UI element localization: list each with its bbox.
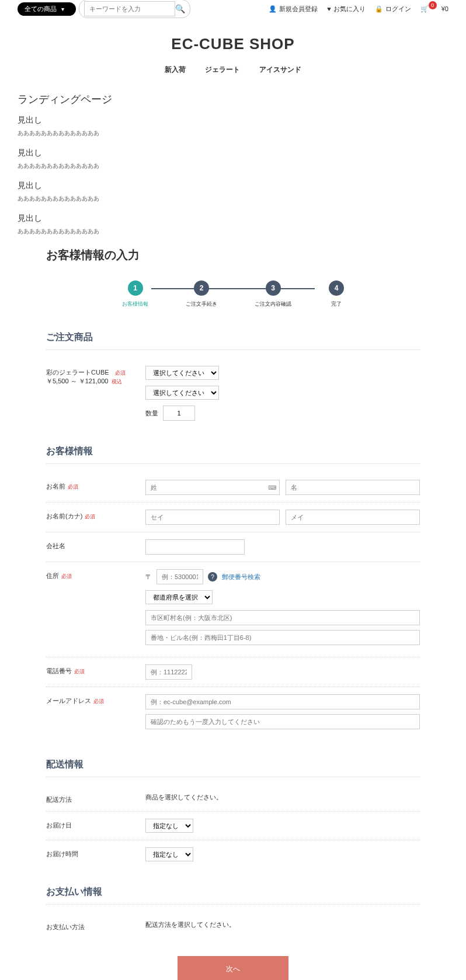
required-badge: 必須 <box>85 514 95 520</box>
category-select[interactable]: 全ての商品 <box>18 2 76 16</box>
next-button[interactable]: 次へ <box>178 956 288 980</box>
heart-icon: ♥ <box>327 5 331 12</box>
help-icon[interactable]: ? <box>208 572 217 581</box>
kana-mei-input[interactable] <box>286 510 420 525</box>
favorite-link[interactable]: ♥お気に入り <box>327 5 366 13</box>
zip-input[interactable] <box>157 569 203 584</box>
customer-heading: お客様情報 <box>46 445 420 464</box>
zip-mark: 〒 <box>145 573 152 581</box>
step-4: 4完了 <box>329 281 344 308</box>
landing-title: ランディングページ <box>18 92 448 106</box>
addr1-input[interactable] <box>145 610 420 625</box>
order-heading: ご注文商品 <box>46 331 420 350</box>
search-icon: 🔍 <box>175 4 185 13</box>
landing-body: ああああああああああああああ <box>18 227 448 236</box>
login-label: ログイン <box>385 5 411 13</box>
page-title: お客様情報の入力 <box>46 247 420 263</box>
landing-heading: 見出し <box>18 148 448 158</box>
required-badge: 必須 <box>74 669 85 674</box>
user-icon: 👤 <box>269 5 277 13</box>
cart-badge: 0 <box>429 1 437 9</box>
required-badge: 必須 <box>61 573 72 579</box>
required-badge: 必須 <box>115 369 126 377</box>
shipping-method-text: 商品を選択してください。 <box>145 793 420 802</box>
name-mei-input[interactable] <box>286 480 420 495</box>
landing-heading: 見出し <box>18 181 448 191</box>
step-label: お客様情報 <box>122 300 148 308</box>
delivery-date-select[interactable]: 指定なし <box>145 819 193 833</box>
phone-input[interactable] <box>145 664 192 680</box>
qty-label: 数量 <box>145 409 158 418</box>
required-badge: 必須 <box>93 698 104 704</box>
cart-link[interactable]: 🛒0¥0 <box>420 5 448 13</box>
step-circle: 4 <box>329 281 344 296</box>
payment-method-label: お支払い方法 <box>46 923 85 930</box>
cart-icon: 🛒 <box>420 5 429 13</box>
search-button[interactable]: 🔍 <box>175 4 185 13</box>
login-link[interactable]: 🔒ログイン <box>375 5 411 13</box>
qty-input[interactable] <box>163 406 195 421</box>
shipping-heading: 配送情報 <box>46 759 420 777</box>
zip-search-link[interactable]: 郵便番号検索 <box>222 573 260 581</box>
addr2-input[interactable] <box>145 630 420 645</box>
address-label: 住所 <box>46 572 59 579</box>
payment-method-text: 配送方法を選択してください。 <box>145 920 420 929</box>
landing-heading: 見出し <box>18 115 448 126</box>
phone-label: 電話番号 <box>46 667 72 674</box>
step-3: 3ご注文内容確認 <box>255 281 291 308</box>
delivery-time-label: お届け時間 <box>46 850 78 857</box>
email-input[interactable] <box>145 694 420 709</box>
step-2: 2ご注文手続き <box>186 281 217 308</box>
email-confirm-input[interactable] <box>145 714 420 729</box>
landing-body: ああああああああああああああ <box>18 162 448 170</box>
step-1: 1お客様情報 <box>122 281 148 308</box>
search-box: 🔍 <box>79 0 190 18</box>
landing-body: ああああああああああああああ <box>18 129 448 137</box>
register-link[interactable]: 👤新規会員登録 <box>269 5 318 13</box>
ime-icon: ⌨ <box>268 484 276 491</box>
progress-steps: 1お客様情報 2ご注文手続き 3ご注文内容確認 4完了 <box>46 281 420 308</box>
company-input[interactable] <box>145 539 245 555</box>
register-label: 新規会員登録 <box>279 5 318 13</box>
name-sei-input[interactable] <box>145 480 280 495</box>
product-option-2[interactable]: 選択してください <box>145 386 219 400</box>
step-circle: 2 <box>194 281 209 296</box>
product-name: 彩のジェラートCUBE <box>46 368 109 377</box>
step-label: ご注文手続き <box>186 300 217 308</box>
delivery-time-select[interactable]: 指定なし <box>145 847 193 861</box>
required-badge: 必須 <box>68 484 78 490</box>
kana-sei-input[interactable] <box>145 510 280 525</box>
delivery-date-label: お届け日 <box>46 822 72 829</box>
kana-label: お名前(カナ) <box>46 512 82 520</box>
name-label: お名前 <box>46 483 65 490</box>
nav-new[interactable]: 新入荷 <box>165 65 186 75</box>
step-circle: 3 <box>266 281 281 296</box>
lock-icon: 🔒 <box>375 5 383 13</box>
nav-gelato[interactable]: ジェラート <box>205 65 240 75</box>
category-label: 全ての商品 <box>25 5 57 12</box>
nav-icesand[interactable]: アイスサンド <box>259 65 301 75</box>
step-label: ご注文内容確認 <box>255 300 291 308</box>
site-logo[interactable]: EC-CUBE SHOP <box>0 35 466 53</box>
cart-total: ¥0 <box>441 5 448 12</box>
favorite-label: お気に入り <box>333 5 366 13</box>
payment-heading: お支払い情報 <box>46 886 420 905</box>
product-option-1[interactable]: 選択してください <box>145 366 219 380</box>
landing-body: ああああああああああああああ <box>18 195 448 203</box>
company-label: 会社名 <box>46 542 65 549</box>
step-label: 完了 <box>331 300 342 308</box>
tax-note: 税込 <box>112 378 122 386</box>
landing-heading: 見出し <box>18 213 448 224</box>
shipping-method-label: 配送方法 <box>46 796 72 803</box>
product-price: ￥5,500 ～ ￥121,000 <box>46 377 108 386</box>
search-input[interactable] <box>84 1 175 16</box>
email-label: メールアドレス <box>46 697 91 704</box>
step-circle: 1 <box>128 281 143 296</box>
pref-select[interactable]: 都道府県を選択 <box>145 590 213 604</box>
